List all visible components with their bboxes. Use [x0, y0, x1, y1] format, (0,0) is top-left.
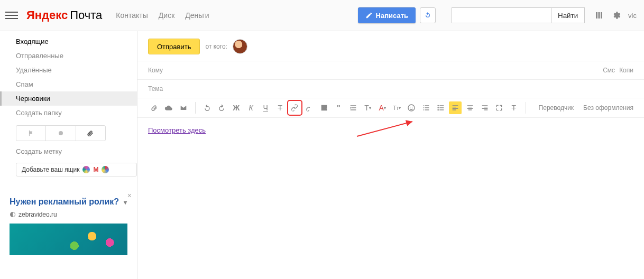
sidebar-tools	[16, 125, 106, 141]
translator-button[interactable]: Переводчик	[539, 104, 574, 111]
avatar[interactable]	[233, 39, 247, 54]
ad-banner[interactable]	[10, 224, 127, 255]
redo-icon[interactable]	[215, 101, 228, 114]
svg-point-2	[410, 107, 411, 107]
compose-icon	[365, 12, 373, 19]
body-link[interactable]: Посмотреть здесь	[148, 126, 206, 134]
main: Входящие Отправленные Удалённые Спам Чер…	[0, 31, 644, 279]
compose-pane: Отправить от кого: Кому Смс Копи Тема Ж …	[137, 31, 644, 279]
create-label[interactable]: Создать метку	[0, 146, 137, 159]
image-icon[interactable]	[318, 101, 330, 114]
ordered-list-icon[interactable]	[420, 101, 433, 114]
header-right: vic	[594, 11, 637, 20]
field-subject-label: Тема	[148, 85, 163, 92]
cloud-attach-icon[interactable]	[163, 101, 176, 114]
compose-button-label: Написать	[376, 12, 408, 20]
emoji-icon[interactable]	[406, 101, 418, 114]
svg-point-6	[437, 109, 439, 111]
clear-format-icon[interactable]: T	[508, 101, 520, 114]
chevron-down-icon: ▾	[124, 199, 127, 206]
field-to-label: Кому	[148, 67, 163, 74]
mail-attach-icon[interactable]	[177, 101, 190, 114]
editor-toolbar: Ж К Ч Т " T▾ A▾ Tт▾ T Переводчик Без офо…	[137, 98, 644, 118]
send-button[interactable]: Отправить	[148, 39, 200, 54]
top-nav: Контакты Диск Деньги	[116, 11, 209, 20]
unlink-icon[interactable]	[303, 101, 316, 114]
sidebar: Входящие Отправленные Удалённые Спам Чер…	[0, 31, 137, 279]
refresh-icon	[424, 11, 432, 20]
nav-disk[interactable]: Диск	[159, 11, 174, 20]
align-right-icon[interactable]	[479, 101, 491, 114]
mailru-icon	[82, 166, 90, 173]
align-left-icon[interactable]	[449, 101, 462, 114]
logo-service: Яндекс	[26, 8, 68, 22]
search-button[interactable]: Найти	[551, 7, 585, 23]
refresh-button[interactable]	[420, 7, 436, 23]
folder-inbox[interactable]: Входящие	[0, 34, 137, 49]
font-size-icon[interactable]: Tт▾	[391, 101, 403, 114]
bold-icon[interactable]: Ж	[230, 101, 243, 114]
logo[interactable]: Яндекс Почта	[26, 8, 102, 22]
from-label: от кого:	[205, 43, 227, 50]
editor-body[interactable]: Посмотреть здесь	[137, 118, 644, 143]
logo-product: Почта	[70, 8, 102, 22]
annotation-arrow	[354, 119, 418, 140]
link-icon[interactable]	[289, 101, 301, 114]
svg-point-5	[437, 107, 439, 109]
nav-contacts[interactable]: Контакты	[116, 11, 148, 20]
search-input[interactable]	[452, 7, 551, 23]
fullscreen-icon[interactable]	[493, 101, 505, 114]
undo-icon[interactable]	[201, 101, 214, 114]
field-subject[interactable]: Тема	[137, 79, 644, 98]
user-label[interactable]: vic	[628, 12, 637, 20]
underline-icon[interactable]: Ч	[259, 101, 272, 114]
sidebar-ad: × Нужен рекламный ролик? ▾ zebravideo.ru	[0, 191, 137, 255]
hamburger-menu-icon[interactable]	[5, 9, 18, 22]
italic-icon[interactable]: К	[245, 101, 257, 114]
add-mailbox-label: Добавьте ваш ящик	[22, 166, 79, 173]
nav-money[interactable]: Деньги	[185, 11, 209, 20]
flag-icon[interactable]	[16, 126, 45, 141]
gear-icon[interactable]	[611, 11, 621, 20]
sms-option[interactable]: Смс	[603, 67, 615, 74]
quote-icon[interactable]: "	[332, 101, 345, 114]
search: Найти	[452, 7, 585, 23]
svg-point-0	[59, 131, 63, 135]
services-icon[interactable]	[594, 11, 604, 20]
unordered-list-icon[interactable]	[435, 101, 447, 114]
gmail-icon: M	[93, 166, 98, 173]
copy-option[interactable]: Копи	[619, 67, 633, 74]
svg-line-7	[357, 122, 412, 136]
strike-icon[interactable]: Т	[274, 101, 287, 114]
ad-url[interactable]: zebravideo.ru	[10, 211, 127, 218]
link-icon	[10, 211, 16, 218]
dot-icon[interactable]	[45, 126, 75, 141]
folder-create[interactable]: Создать папку	[0, 106, 137, 120]
folder-sent[interactable]: Отправленные	[0, 49, 137, 63]
attachment-icon[interactable]	[76, 126, 105, 141]
attach-icon[interactable]	[148, 101, 161, 114]
plain-text-button[interactable]: Без оформления	[583, 104, 633, 111]
font-color-icon[interactable]: A▾	[376, 101, 389, 114]
compose-button[interactable]: Написать	[358, 7, 416, 23]
folder-trash[interactable]: Удалённые	[0, 63, 137, 77]
other-mail-icon	[102, 166, 109, 173]
folder-spam[interactable]: Спам	[0, 77, 137, 91]
folder-drafts[interactable]: Черновики	[0, 91, 137, 106]
field-to[interactable]: Кому Смс Копи	[137, 61, 644, 79]
app-header: Яндекс Почта Контакты Диск Деньги Написа…	[0, 0, 644, 31]
add-mailbox-button[interactable]: Добавьте ваш ящик M	[16, 163, 137, 176]
text-color-icon[interactable]: T▾	[362, 101, 374, 114]
close-icon[interactable]: ×	[127, 191, 132, 200]
svg-point-4	[437, 105, 439, 107]
align-center-icon[interactable]	[464, 101, 476, 114]
ad-title[interactable]: Нужен рекламный ролик? ▾	[10, 197, 127, 208]
svg-point-3	[412, 107, 413, 107]
svg-point-1	[408, 105, 415, 111]
compose-topbar: Отправить от кого:	[137, 39, 644, 61]
indent-icon[interactable]	[347, 101, 360, 114]
